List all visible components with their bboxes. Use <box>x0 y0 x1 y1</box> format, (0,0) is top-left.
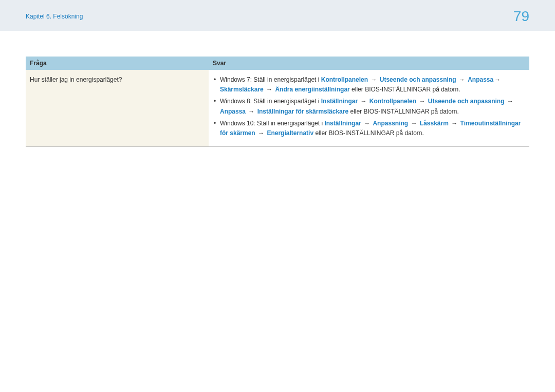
text: eller BIOS-INSTÄLLNINGAR på datorn. <box>350 86 460 93</box>
arrow-icon: → <box>255 129 267 137</box>
arrow-icon: → <box>358 98 369 105</box>
answer-item-win7: Windows 7: Ställ in energisparläget i Ko… <box>213 75 525 95</box>
answer-item-win10: Windows 10: Ställ in energisparläget i I… <box>213 119 525 138</box>
text: Windows 7: Ställ in energisparläget i <box>220 76 321 83</box>
answer-item-win8: Windows 8: Ställ in energisparläget i In… <box>213 97 525 116</box>
path-step: Anpassa <box>468 76 493 83</box>
text: eller BIOS-INSTÄLLNINGAR på datorn. <box>313 129 424 137</box>
page-content: Fråga Svar Hur ställer jag in energispar… <box>0 31 555 147</box>
arrow-icon: → <box>505 98 514 105</box>
arrow-icon: → <box>456 76 468 83</box>
path-step: Utseende och anpassning <box>428 98 505 105</box>
arrow-icon: → <box>246 108 257 115</box>
path-step: Anpassa <box>220 108 246 115</box>
path-step: Inställningar <box>321 98 358 105</box>
path-step: Inställningar <box>324 120 361 127</box>
qa-table: Fråga Svar Hur ställer jag in energispar… <box>26 57 529 147</box>
page-header: Kapitel 6. Felsökning 79 <box>0 0 555 31</box>
question-cell: Hur ställer jag in energisparläget? <box>26 70 209 147</box>
path-step: Utseende och anpassning <box>380 76 456 83</box>
arrow-icon: → <box>449 120 460 127</box>
arrow-icon: → <box>264 86 275 93</box>
arrow-icon: → <box>361 120 373 127</box>
chapter-title: Kapitel 6. Felsökning <box>26 13 83 20</box>
path-step: Kontrollpanelen <box>369 98 416 105</box>
path-step: Anpassning <box>373 120 408 127</box>
arrow-icon: → <box>416 98 428 105</box>
column-header-answer: Svar <box>209 57 529 70</box>
text: Windows 8: Ställ in energisparläget i <box>220 98 321 105</box>
column-header-question: Fråga <box>26 57 209 70</box>
answer-cell: Windows 7: Ställ in energisparläget i Ko… <box>209 70 529 147</box>
page-number: 79 <box>513 8 529 25</box>
path-step: Låsskärm <box>420 120 449 127</box>
arrow-icon: → <box>368 76 380 83</box>
text: Windows 10: Ställ in energisparläget i <box>220 120 324 127</box>
arrow-icon: → <box>408 120 420 127</box>
table-row: Hur ställer jag in energisparläget? Wind… <box>26 70 529 147</box>
answer-list: Windows 7: Ställ in energisparläget i Ko… <box>213 75 525 138</box>
text: eller BIOS-INSTÄLLNINGAR på datorn. <box>348 108 459 115</box>
path-step: Skärmsläckare <box>220 86 264 93</box>
path-step: Inställningar för skärmsläckare <box>257 108 348 115</box>
table-header-row: Fråga Svar <box>26 57 529 70</box>
path-step: Ändra energiinställningar <box>275 86 349 93</box>
path-step: Kontrollpanelen <box>321 76 368 83</box>
path-step: Energialternativ <box>267 129 313 137</box>
arrow-icon: → <box>493 76 502 83</box>
